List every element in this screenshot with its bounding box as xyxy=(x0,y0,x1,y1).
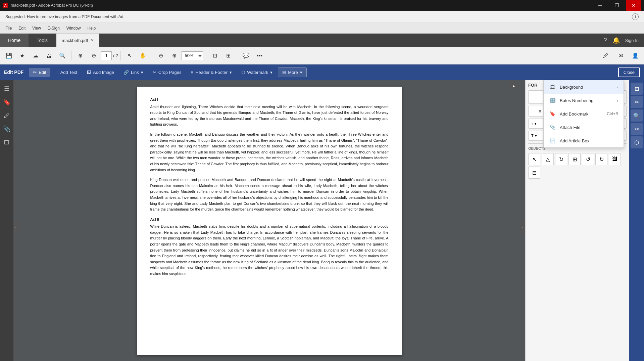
tab-close-button[interactable]: ✕ xyxy=(91,38,94,43)
font-dropdown: ▾ xyxy=(535,134,537,138)
sidebar-icon-signature[interactable]: 🖊 xyxy=(1,109,13,122)
save-button[interactable]: 💾 xyxy=(3,50,15,62)
link-dropdown-icon: ▾ xyxy=(141,70,143,75)
mail-button[interactable]: ✉ xyxy=(614,50,627,62)
far-right-btn-4[interactable]: ✂ xyxy=(631,123,643,135)
object-triangle-tool[interactable]: △ xyxy=(542,153,554,165)
add-text-icon: T xyxy=(56,70,58,75)
close-button[interactable]: Close xyxy=(618,67,640,77)
fit-page-button[interactable]: ⊡ xyxy=(209,50,221,62)
link-button[interactable]: 🔗 Link ▾ xyxy=(119,68,147,77)
watermark-dropdown-icon: ▾ xyxy=(270,70,273,75)
act1-para3: King Duncan welcomes and praises Macbeth… xyxy=(150,177,389,213)
zoom-out-button[interactable]: ⊖ xyxy=(155,50,167,62)
cursor-tool[interactable]: ↖ xyxy=(123,50,136,62)
object-rotate-tool[interactable]: ↻ xyxy=(555,153,567,165)
title-bar-left: A mackbeth.pdf - Adobe Acrobat Pro DC (6… xyxy=(3,3,93,8)
sign-in-button[interactable]: Sign In xyxy=(625,38,639,43)
scroll-up-arrow[interactable]: ▲ xyxy=(510,83,517,89)
object-redo-tool[interactable]: ↻ xyxy=(595,153,607,165)
minimize-button[interactable]: ─ xyxy=(592,0,608,11)
toolbar-sep-3 xyxy=(152,51,152,60)
line-spacing-dropdown: ▾ xyxy=(535,122,537,126)
dropdown-item-bates[interactable]: 🔢 Bates Numbering › xyxy=(544,94,624,107)
page-number-input[interactable] xyxy=(101,51,112,60)
tab-tools[interactable]: Tools xyxy=(29,34,56,47)
edit-button[interactable]: ✏ Edit xyxy=(29,68,50,77)
redact-button[interactable]: 🖊 xyxy=(600,50,612,62)
far-right-btn-2[interactable]: ✏ xyxy=(631,96,643,108)
menu-view[interactable]: View xyxy=(30,25,44,32)
bates-icon: 🔢 xyxy=(549,97,556,104)
menu-file[interactable]: File xyxy=(3,25,14,32)
objects-buttons: ↖ △ ↻ ⊞ ↺ ↻ 🖼 ⊟ xyxy=(528,153,627,179)
more-tools-button[interactable]: ••• xyxy=(253,50,265,62)
title-bar-controls: ─ ❐ ✕ xyxy=(592,0,641,11)
suggestion-bar: Suggested: How to remove images from a P… xyxy=(0,11,644,23)
dropdown-item-attach[interactable]: 📎 Attach File xyxy=(544,121,624,134)
print-button[interactable]: 🖨 xyxy=(43,50,55,62)
expand-left-panel[interactable]: ‹ xyxy=(13,221,19,234)
object-select-tool[interactable]: ↖ xyxy=(528,153,540,165)
watermark-button[interactable]: ⬡ Watermark ▾ xyxy=(237,68,277,77)
sidebar-icon-bookmark[interactable]: 🔖 xyxy=(1,96,13,108)
sidebar-icon-layers[interactable]: ☰ xyxy=(1,83,13,95)
far-right-btn-5[interactable]: ⬡ xyxy=(631,136,643,148)
sidebar-icon-attach[interactable]: 📎 xyxy=(1,123,13,135)
toolbar-sep-2 xyxy=(120,51,121,60)
line-spacing-icon: ↕ xyxy=(531,122,533,126)
menu-help[interactable]: Help xyxy=(85,25,99,32)
header-icon: ≡ xyxy=(191,70,193,75)
upload-button[interactable]: ☁ xyxy=(30,50,42,62)
act1-para1: Amid thunder and lightning, Three Witche… xyxy=(150,104,389,128)
object-image-tool[interactable]: 🖼 xyxy=(609,153,621,165)
act1-title: Act I xyxy=(150,97,389,103)
tab-document[interactable]: mackbeth.pdf ✕ xyxy=(56,34,99,47)
dropdown-item-bookmark[interactable]: 🔖 Add Bookmark Ctrl+B xyxy=(544,107,624,121)
prev-page-button[interactable]: ⊕ xyxy=(74,50,86,62)
search-button[interactable]: 🔍 xyxy=(56,50,68,62)
menu-esign[interactable]: E-Sign xyxy=(45,25,62,32)
more-dropdown-icon: ▾ xyxy=(300,70,302,75)
background-label: Background xyxy=(560,85,583,90)
next-page-button[interactable]: ⊖ xyxy=(88,50,100,62)
close-window-button[interactable]: ✕ xyxy=(626,0,641,11)
info-icon[interactable]: ℹ xyxy=(632,13,639,20)
crop-icon: ✂ xyxy=(153,70,156,75)
zoom-in-button[interactable]: ⊕ xyxy=(168,50,180,62)
arrange-button[interactable]: ⊞ xyxy=(222,50,234,62)
restore-button[interactable]: ❐ xyxy=(609,0,625,11)
font-icon: T xyxy=(531,134,534,138)
toolbar-right: 🖊 ✉ 👤 xyxy=(600,50,641,62)
menu-bar: File Edit View E-Sign Window Help xyxy=(0,23,644,34)
object-group-tool[interactable]: ⊞ xyxy=(568,153,581,165)
tab-right-controls: ? 🔔 Sign In xyxy=(604,34,644,47)
help-icon[interactable]: ? xyxy=(604,37,607,44)
more-button[interactable]: ⊞ More ▾ xyxy=(278,67,307,77)
bookmark-button[interactable]: ★ xyxy=(16,50,28,62)
crop-pages-button[interactable]: ✂ Crop Pages xyxy=(149,68,186,77)
far-right-btn-3[interactable]: 🔍 xyxy=(631,109,643,122)
add-text-button[interactable]: T Add Text xyxy=(52,68,81,77)
hand-tool[interactable]: ✋ xyxy=(137,50,149,62)
attach-label: Attach File xyxy=(560,125,580,130)
expand-right-panel[interactable]: › xyxy=(520,221,525,234)
object-extra-tool[interactable]: ⊟ xyxy=(528,167,540,179)
tab-home[interactable]: Home xyxy=(0,34,29,47)
menu-window[interactable]: Window xyxy=(64,25,84,32)
comment-button[interactable]: 💬 xyxy=(240,50,252,62)
dropdown-item-background[interactable]: 🖼 Background › xyxy=(544,80,624,94)
add-image-icon: 🖼 xyxy=(87,70,91,75)
header-footer-button[interactable]: ≡ Header & Footer ▾ xyxy=(187,68,236,77)
object-undo-tool[interactable]: ↺ xyxy=(582,153,594,165)
notifications-icon[interactable]: 🔔 xyxy=(612,37,620,44)
page-separator: / 2 xyxy=(113,53,118,58)
user-button[interactable]: 👤 xyxy=(629,50,641,62)
menu-edit[interactable]: Edit xyxy=(16,25,28,32)
sidebar-icon-layers-stack[interactable]: ⧠ xyxy=(1,136,13,148)
far-right-btn-1[interactable]: ⊞ xyxy=(631,83,643,95)
dropdown-item-article-box[interactable]: 📄 Add Article Box xyxy=(544,134,624,147)
zoom-select[interactable]: 50% 75% 100% 125% 150% xyxy=(182,51,203,60)
bookmark-label: Add Bookmark xyxy=(560,111,588,117)
add-image-button[interactable]: 🖼 Add Image xyxy=(83,68,118,77)
